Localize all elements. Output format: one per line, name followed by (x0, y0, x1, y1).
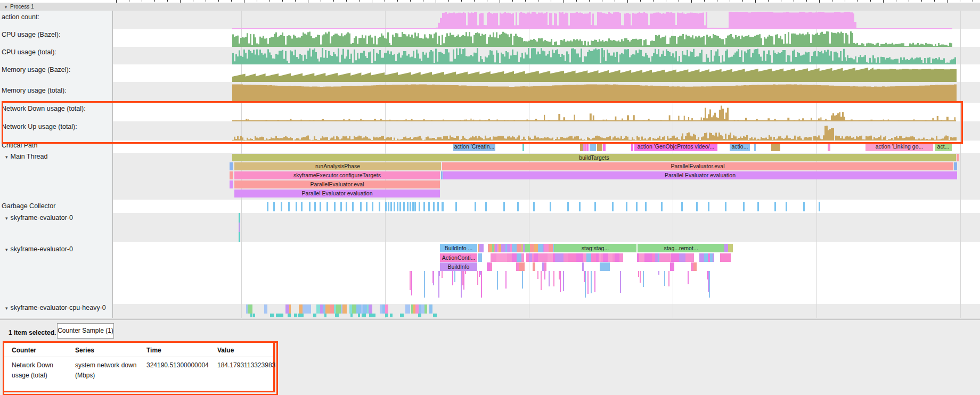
gc-event[interactable] (774, 202, 776, 211)
cell-series[interactable]: system network down (Mbps) (75, 360, 142, 381)
gc-event[interactable] (696, 202, 698, 211)
dense-slice[interactable] (689, 253, 694, 262)
gc-event[interactable] (503, 202, 505, 211)
gc-event[interactable] (757, 202, 759, 211)
thread-slice-parallel-evaluator-evaluation[interactable]: Parallel Evaluator evaluation (443, 171, 957, 179)
gc-event[interactable] (437, 202, 439, 211)
hanging-slice[interactable] (658, 271, 659, 275)
dense-slice[interactable] (289, 305, 291, 314)
gc-event[interactable] (636, 202, 638, 211)
hanging-slice[interactable] (553, 271, 554, 286)
dense-slice[interactable] (548, 253, 553, 262)
dense-slice[interactable] (385, 305, 388, 314)
critical-slice-sliver[interactable] (603, 142, 606, 151)
skyframe-slice-actionconti-[interactable]: ActionConti... (440, 253, 477, 262)
critical-slice-actio-[interactable]: actio... (730, 142, 750, 151)
gc-event[interactable] (346, 202, 347, 211)
gc-event[interactable] (786, 202, 787, 211)
critical-slice-action-creatin-[interactable]: action 'Creatin... (453, 142, 495, 151)
hanging-slice[interactable] (708, 271, 709, 292)
cell-time[interactable]: 324190.51300000004 (146, 360, 216, 371)
gc-event[interactable] (352, 202, 354, 211)
dense-slice[interactable] (517, 253, 521, 262)
hanging-slice[interactable] (477, 271, 478, 285)
hanging-slice[interactable] (563, 271, 564, 291)
dense-slice[interactable] (533, 262, 535, 271)
gc-event[interactable] (485, 202, 487, 211)
col-header-series[interactable]: Series (75, 347, 94, 354)
hanging-slice[interactable] (411, 271, 412, 295)
counter-histogram-memory-usage-total-[interactable] (229, 82, 961, 103)
hanging-slice[interactable] (432, 271, 434, 283)
collapse-arrow-icon[interactable]: ▾ (5, 154, 8, 160)
collapse-arrow-icon[interactable]: ▾ (5, 247, 8, 252)
dense-slice[interactable] (342, 305, 347, 314)
dense-slice[interactable] (671, 253, 675, 262)
col-header-counter[interactable]: Counter (12, 347, 36, 354)
dense-slice[interactable] (619, 253, 623, 262)
hanging-slice[interactable] (454, 271, 455, 282)
hanging-slice[interactable] (462, 271, 463, 285)
process-header[interactable]: ▾Process 1 (0, 3, 980, 11)
track-label-skyframe-evaluator-cpu-heavy-0[interactable]: ▾skyframe-evaluator-cpu-heavy-0 (5, 304, 106, 311)
dense-slice[interactable] (639, 253, 644, 262)
dense-slice[interactable] (424, 305, 427, 314)
cell-value[interactable]: 184.1793113323983 (217, 360, 276, 371)
dense-slice[interactable] (560, 253, 564, 262)
gc-event[interactable] (288, 202, 290, 211)
dense-slice[interactable] (264, 305, 267, 314)
dense-slice[interactable] (303, 305, 306, 314)
hanging-slice[interactable] (410, 271, 411, 290)
dense-slice[interactable] (534, 253, 538, 262)
thread-slice-sliver[interactable] (954, 162, 957, 170)
track-skyframe-evaluator-0-a[interactable] (113, 213, 980, 242)
gc-event[interactable] (612, 202, 614, 211)
gc-event[interactable] (281, 202, 282, 211)
gc-event[interactable] (455, 202, 457, 211)
dense-slice[interactable] (728, 244, 733, 252)
track-critical-path[interactable] (113, 141, 980, 153)
gc-event[interactable] (423, 202, 425, 211)
dense-slice[interactable] (544, 262, 546, 271)
gc-event[interactable] (397, 202, 398, 211)
hanging-slice[interactable] (505, 271, 507, 289)
hanging-slice[interactable] (668, 271, 669, 286)
dense-slice[interactable] (336, 305, 341, 314)
gc-event[interactable] (725, 202, 726, 211)
critical-slice-sliver[interactable] (597, 142, 602, 151)
gc-event[interactable] (645, 202, 647, 211)
critical-slice-sliver[interactable] (522, 142, 524, 151)
dense-slice[interactable] (720, 253, 725, 262)
hanging-slice[interactable] (442, 271, 443, 278)
dense-slice[interactable] (479, 244, 484, 252)
gc-event[interactable] (388, 202, 389, 211)
gc-event[interactable] (273, 202, 275, 211)
gc-event[interactable] (379, 202, 380, 211)
dense-slice[interactable] (713, 253, 714, 262)
gc-event[interactable] (399, 202, 401, 211)
gc-event[interactable] (428, 202, 430, 211)
thread-slice-parallelevaluator-eval[interactable]: ParallelEvaluator.eval (234, 180, 440, 188)
hanging-slice[interactable] (560, 271, 561, 292)
dense-slice[interactable] (429, 305, 432, 314)
dense-slice[interactable] (605, 262, 610, 271)
hanging-slice[interactable] (541, 271, 542, 290)
dense-slice[interactable] (496, 253, 501, 262)
hanging-slice[interactable] (537, 271, 538, 279)
dense-slice[interactable] (330, 305, 334, 314)
gc-event[interactable] (385, 202, 387, 211)
thread-slice-sliver[interactable] (230, 180, 233, 188)
gc-event[interactable] (819, 202, 820, 211)
dense-slice[interactable] (248, 305, 252, 314)
dense-slice[interactable] (521, 253, 524, 262)
gc-event[interactable] (410, 202, 411, 211)
gc-event[interactable] (803, 202, 805, 211)
gc-event[interactable] (550, 202, 551, 211)
critical-slice-sliver[interactable] (828, 142, 830, 151)
dense-slice[interactable] (724, 244, 728, 252)
hanging-slice[interactable] (424, 271, 425, 298)
gc-event[interactable] (407, 202, 409, 211)
track-garbage-collector[interactable] (113, 200, 980, 213)
skyframe-slice-buildinfo-[interactable]: BuildInfo ... (440, 244, 477, 252)
thread-slice-parallel-evaluator-evaluation[interactable]: Parallel Evaluator evaluation (234, 190, 440, 198)
